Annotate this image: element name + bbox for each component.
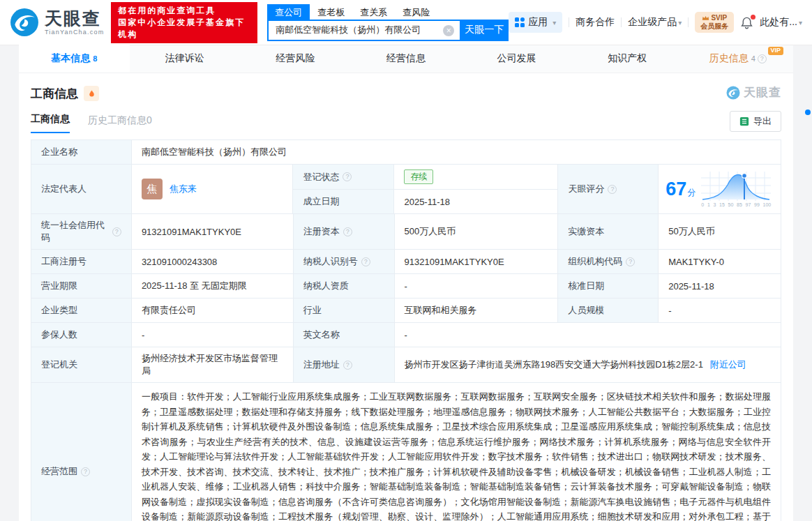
status-badge: 存续 bbox=[404, 169, 433, 184]
taxpayer-id-label: 纳税人识别号 bbox=[294, 250, 395, 274]
industry-value: 互联网和相关服务 bbox=[395, 299, 559, 323]
help-icon[interactable] bbox=[608, 185, 617, 194]
tab-history-info[interactable]: VIP 历史信息 4 bbox=[682, 45, 793, 73]
help-icon[interactable] bbox=[112, 227, 121, 236]
search-tabs: 查公司 查老板 查关系 查风险 bbox=[267, 4, 509, 20]
svip-label: SVIP bbox=[711, 14, 727, 22]
company-type-label: 企业类型 bbox=[31, 299, 132, 323]
score-curve-chart[interactable]: 0131550859799100 bbox=[700, 170, 772, 208]
reg-capital-label: 注册资本 bbox=[294, 214, 395, 250]
help-icon[interactable] bbox=[343, 361, 352, 370]
help-icon[interactable] bbox=[758, 54, 767, 63]
apps-label: 应用 bbox=[528, 16, 548, 29]
notifications-button[interactable] bbox=[740, 16, 753, 29]
table-row: 企业名称 南邮低空智能科技（扬州）有限公司 bbox=[31, 140, 781, 165]
insured-count-value: - bbox=[132, 323, 294, 347]
tab-operating-info[interactable]: 经营信息 bbox=[351, 45, 462, 73]
approval-date-value: 2025-11-18 bbox=[659, 274, 781, 299]
slogan-line2: 国家中小企业发展子基金旗下机构 bbox=[118, 17, 250, 40]
menu-enterprise[interactable]: 企业级产品 bbox=[628, 16, 682, 29]
score-unit: 分 bbox=[687, 188, 696, 197]
company-name-label: 企业名称 bbox=[31, 140, 132, 165]
legal-rep-label: 法定代表人 bbox=[31, 165, 132, 214]
reg-number-value: 321091000243308 bbox=[132, 250, 294, 274]
staff-size-label: 人员规模 bbox=[558, 299, 659, 323]
table-row: 企业类型 有限责任公司 行业 互联网和相关服务 人员规模 - bbox=[31, 299, 781, 323]
credit-code-value: 91321091MAK1TYKY0E bbox=[132, 214, 294, 250]
search-tab-boss[interactable]: 查老板 bbox=[310, 4, 352, 20]
clear-search-icon[interactable] bbox=[443, 25, 454, 36]
tab-intellectual-property[interactable]: 知识产权 bbox=[572, 45, 683, 73]
tab-label: 基本信息 bbox=[51, 52, 90, 65]
tianyancha-logo-icon bbox=[10, 8, 39, 37]
search-button[interactable]: 天眼一下 bbox=[460, 20, 509, 41]
reg-number-label: 工商注册号 bbox=[31, 250, 132, 274]
help-icon[interactable] bbox=[343, 227, 352, 236]
company-type-value: 有限责任公司 bbox=[132, 299, 294, 323]
business-term-value: 2025-11-18 至 无固定期限 bbox=[132, 274, 294, 299]
svip-sublabel: 会员服务 bbox=[700, 22, 728, 31]
table-row: 经营范围 一般项目：软件开发；人工智能行业应用系统集成服务；工业互联网数据服务；… bbox=[31, 383, 781, 521]
subtab-history-business-info[interactable]: 历史工商信息0 bbox=[88, 114, 152, 133]
export-button[interactable]: 导出 bbox=[730, 111, 781, 132]
hot-flame-icon bbox=[84, 86, 99, 101]
watermark: 天眼查 bbox=[726, 84, 781, 100]
apps-grid-icon bbox=[515, 17, 525, 27]
table-row: 统一社会信用代码 91321091MAK1TYKY0E 注册资本 500万人民币… bbox=[31, 214, 781, 250]
tab-operating-risk[interactable]: 经营风险 bbox=[240, 45, 351, 73]
reg-address-label: 注册地址 bbox=[294, 347, 395, 383]
search-tab-risk[interactable]: 查风险 bbox=[395, 4, 437, 20]
table-row: 法定代表人 焦 焦东来 登记状态 存续 成立日期 2025-11-18 bbox=[31, 165, 781, 214]
floating-widget-dot[interactable] bbox=[805, 110, 811, 115]
search-input[interactable] bbox=[267, 20, 460, 41]
search-area: 查公司 查老板 查关系 查风险 天眼一下 bbox=[267, 4, 509, 41]
help-icon[interactable] bbox=[626, 257, 635, 266]
notification-dot bbox=[751, 15, 755, 20]
vip-badge: VIP bbox=[768, 47, 784, 55]
help-icon[interactable] bbox=[361, 257, 370, 266]
business-term-label: 营业期限 bbox=[31, 274, 132, 299]
nearby-companies-link[interactable]: 附近公司 bbox=[710, 358, 746, 371]
legal-rep-value: 焦 焦东来 bbox=[132, 165, 294, 214]
top-bar: 天眼查 TianYanCha.com 都在用的商业查询工具 国家中小企业发展子基… bbox=[0, 0, 812, 45]
menu-cooperation[interactable]: 商务合作 bbox=[576, 16, 615, 29]
table-row: 登记机关 扬州经济技术开发区市场监督管理局 注册地址 扬州市开发区扬子津街道吴洲… bbox=[31, 347, 781, 383]
establish-date-value: 2025-11-18 bbox=[394, 190, 558, 214]
user-menu[interactable]: 此处有... bbox=[760, 16, 802, 29]
slogan-banner: 都在用的商业查询工具 国家中小企业发展子基金旗下机构 bbox=[111, 2, 257, 43]
subtab-business-info[interactable]: 工商信息 bbox=[31, 113, 70, 133]
table-row: 营业期限 2025-11-18 至 无固定期限 纳税人资质 - 核准日期 202… bbox=[31, 274, 781, 299]
score-number: 67 bbox=[666, 179, 686, 199]
help-icon[interactable] bbox=[81, 467, 90, 476]
reg-address-value: 扬州市开发区扬子津街道吴洲东路198西安交通大学扬州科技园D1栋2层2-1 附近… bbox=[395, 347, 781, 383]
logo-subtitle: TianYanCha.com bbox=[45, 29, 104, 36]
table-row: 工商注册号 321091000243308 纳税人识别号 91321091MAK… bbox=[31, 250, 781, 274]
help-icon[interactable] bbox=[343, 172, 352, 181]
chevron-down-icon bbox=[799, 19, 802, 27]
export-label: 导出 bbox=[753, 115, 772, 128]
tab-company-development[interactable]: 公司发展 bbox=[461, 45, 572, 73]
search-tab-company[interactable]: 查公司 bbox=[267, 4, 310, 20]
taxpayer-quality-label: 纳税人资质 bbox=[294, 274, 395, 299]
tab-legal-proceedings[interactable]: 法律诉讼 bbox=[130, 45, 241, 73]
credit-code-label: 统一社会信用代码 bbox=[31, 214, 132, 250]
tab-label: 法律诉讼 bbox=[165, 52, 204, 65]
reg-status-value: 存续 bbox=[394, 165, 558, 190]
search-tab-relation[interactable]: 查关系 bbox=[352, 4, 395, 20]
taxpayer-quality-value: - bbox=[395, 274, 559, 299]
legal-rep-link[interactable]: 焦东来 bbox=[170, 183, 197, 195]
tab-basic-info[interactable]: 基本信息 8 bbox=[19, 45, 130, 73]
avatar: 焦 bbox=[142, 179, 163, 199]
reg-capital-value: 500万人民币 bbox=[395, 214, 559, 250]
excel-icon bbox=[739, 116, 749, 126]
svip-member-button[interactable]: SVIP 会员服务 bbox=[695, 12, 734, 33]
watermark-logo-icon bbox=[726, 86, 740, 100]
tianyancha-logo[interactable]: 天眼查 TianYanCha.com bbox=[10, 8, 104, 37]
divider bbox=[688, 17, 689, 27]
tab-label: 公司发展 bbox=[497, 52, 536, 65]
business-info-card: 天眼查 工商信息 工商信息 历史工商信息0 导出 企业名称 南邮低空智能科技（扬… bbox=[19, 73, 793, 521]
divider bbox=[621, 17, 622, 27]
apps-menu[interactable]: 应用 bbox=[509, 12, 562, 33]
top-menu: 应用 商务合作 企业级产品 SVIP 会员服务 此处有... bbox=[509, 12, 802, 33]
approval-date-label: 核准日期 bbox=[558, 274, 659, 299]
